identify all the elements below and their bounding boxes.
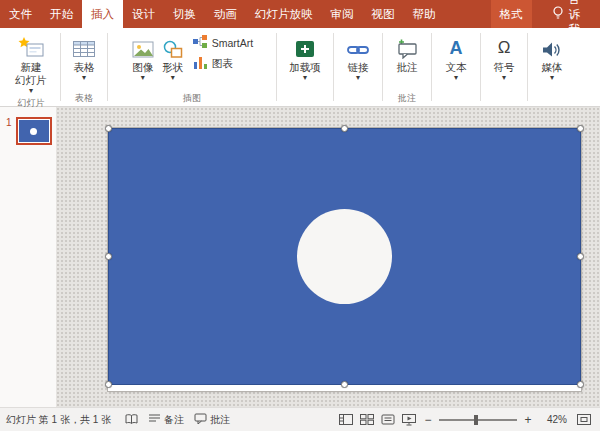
shapes-icon [162, 33, 184, 59]
dropdown-caret [141, 74, 145, 82]
dropdown-caret [502, 74, 506, 82]
proofing-icon[interactable] [125, 414, 138, 425]
selection-handle-top-left[interactable] [105, 125, 112, 132]
symbols-button[interactable]: Ω 符号 [490, 31, 519, 84]
ribbon-group-comments: 批注 批注 [383, 28, 431, 106]
ribbon-group-media: 媒体 [528, 28, 576, 106]
slide-sorter-view-button[interactable] [360, 414, 374, 425]
group-label-tables: 表格 [61, 92, 107, 106]
notes-button[interactable]: 备注 [148, 413, 184, 427]
links-button[interactable]: 链接 [343, 31, 373, 84]
zoom-slider-thumb[interactable] [474, 415, 478, 425]
notes-icon [148, 413, 161, 426]
slide-thumbnail-preview [19, 120, 49, 142]
lightbulb-icon [552, 6, 564, 22]
new-slide-icon [18, 33, 44, 59]
chart-button[interactable]: 图表 [190, 55, 256, 72]
dropdown-caret [356, 74, 360, 82]
addins-icon [294, 33, 316, 59]
omega-icon: Ω [498, 33, 511, 59]
slide-thumbnail-panel: 1 [0, 107, 56, 407]
ribbon-group-illustrations: 图像 形状 SmartArt 图表 [108, 28, 276, 106]
dropdown-caret [82, 74, 86, 82]
dropdown-caret [171, 74, 175, 82]
speaker-icon [541, 33, 563, 59]
comment-icon [396, 33, 418, 59]
images-button[interactable]: 图像 [128, 31, 158, 84]
group-label-symbols [481, 92, 527, 106]
ribbon-group-addins: 加载项 [277, 28, 333, 106]
tab-animations[interactable]: 动画 [205, 0, 246, 28]
normal-view-button[interactable] [339, 414, 353, 425]
zoom-in-button[interactable] [521, 413, 535, 427]
workspace: 1 [0, 107, 600, 407]
tab-slideshow[interactable]: 幻灯片放映 [246, 0, 322, 28]
comments-label: 批注 [210, 413, 230, 427]
dropdown-caret [454, 74, 458, 82]
tab-design[interactable]: 设计 [123, 0, 164, 28]
powerpoint-window: 文件 开始 插入 设计 切换 动画 幻灯片放映 审阅 视图 帮助 格式 告诉我 … [0, 0, 600, 431]
group-label-media [528, 92, 576, 106]
dropdown-caret [303, 74, 307, 82]
dropdown-caret [29, 87, 33, 95]
table-button[interactable]: 表格 [68, 31, 100, 84]
tab-view[interactable]: 视图 [363, 0, 404, 28]
tell-me-button[interactable]: 告诉我 [542, 0, 591, 28]
slide-counter: 幻灯片 第 1 张，共 1 张 [6, 413, 111, 427]
new-comment-button[interactable]: 批注 [392, 31, 422, 76]
ribbon-group-tables: 表格 表格 [61, 28, 107, 106]
smartart-icon [193, 35, 208, 50]
smartart-button[interactable]: SmartArt [190, 34, 256, 51]
slide-editing-area[interactable] [56, 107, 600, 407]
selection-handle-top-middle[interactable] [341, 125, 348, 132]
dropdown-caret [550, 74, 554, 82]
chart-icon [193, 56, 208, 71]
group-label-links [334, 92, 382, 106]
tab-review[interactable]: 审阅 [322, 0, 363, 28]
ribbon-group-slides: 新建 幻灯片 幻灯片 [2, 28, 60, 106]
reading-view-button[interactable] [381, 414, 395, 425]
selection-handle-bottom-left[interactable] [105, 381, 112, 388]
slide-number: 1 [6, 117, 12, 407]
text-button[interactable]: A 文本 [442, 31, 471, 84]
new-slide-label-1: 新建 [21, 61, 42, 74]
selection-handle-bottom-middle[interactable] [341, 381, 348, 388]
thumbnail-circle-shape [30, 128, 37, 135]
tab-home[interactable]: 开始 [41, 0, 82, 28]
white-circle-shape[interactable] [297, 209, 392, 304]
selection-handle-middle-left[interactable] [105, 253, 112, 260]
selection-handle-middle-right[interactable] [577, 253, 584, 260]
blue-rectangle-shape[interactable] [108, 128, 581, 385]
comment-bubble-icon [194, 413, 207, 426]
new-slide-button[interactable]: 新建 幻灯片 [11, 31, 51, 97]
zoom-level[interactable]: 42% [539, 414, 567, 425]
ribbon-group-text: A 文本 [432, 28, 480, 106]
link-icon [347, 33, 369, 59]
addins-button[interactable]: 加载项 [285, 31, 325, 84]
tab-transitions[interactable]: 切换 [164, 0, 205, 28]
image-icon [132, 33, 154, 59]
shapes-button[interactable]: 形状 [158, 31, 188, 84]
share-button[interactable]: 共享 [590, 0, 600, 28]
smartart-label: SmartArt [212, 37, 253, 49]
media-button[interactable]: 媒体 [537, 31, 567, 84]
chart-label: 图表 [212, 57, 233, 71]
tab-file[interactable]: 文件 [0, 0, 41, 28]
tab-insert[interactable]: 插入 [82, 0, 123, 28]
notes-label: 备注 [164, 413, 184, 427]
selection-handle-bottom-right[interactable] [577, 381, 584, 388]
table-icon [72, 33, 96, 59]
tab-help[interactable]: 帮助 [404, 0, 445, 28]
group-label-comments: 批注 [383, 92, 431, 106]
zoom-slider[interactable] [439, 414, 517, 426]
zoom-out-button[interactable] [421, 413, 435, 427]
slideshow-view-button[interactable] [402, 414, 416, 426]
slide-thumbnail[interactable] [16, 117, 52, 145]
comments-button[interactable]: 批注 [194, 413, 230, 427]
fit-to-window-button[interactable] [577, 414, 591, 425]
tab-format[interactable]: 格式 [491, 0, 532, 28]
slide[interactable] [108, 128, 581, 391]
ribbon: 新建 幻灯片 幻灯片 表格 表格 图 [0, 28, 600, 107]
selection-handle-top-right[interactable] [577, 125, 584, 132]
comment-label: 批注 [397, 61, 418, 74]
